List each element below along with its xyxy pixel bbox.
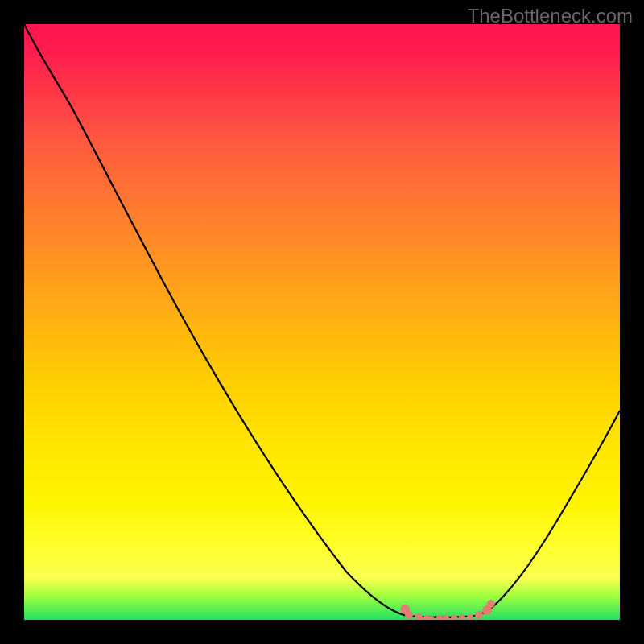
svg-point-3	[423, 615, 430, 620]
chart-container: TheBottleneck.com	[0, 0, 644, 644]
svg-point-1	[405, 611, 413, 619]
chart-area	[24, 24, 620, 620]
svg-point-2	[415, 613, 423, 620]
chart-svg	[24, 24, 620, 620]
svg-point-6	[443, 615, 449, 620]
svg-point-8	[459, 614, 465, 620]
svg-point-5	[436, 615, 443, 620]
curve-path	[24, 24, 620, 617]
svg-point-9	[467, 614, 473, 620]
watermark-text: TheBottleneck.com	[468, 5, 633, 27]
svg-point-7	[451, 615, 457, 620]
svg-point-10	[475, 611, 483, 619]
svg-point-12	[487, 600, 495, 608]
